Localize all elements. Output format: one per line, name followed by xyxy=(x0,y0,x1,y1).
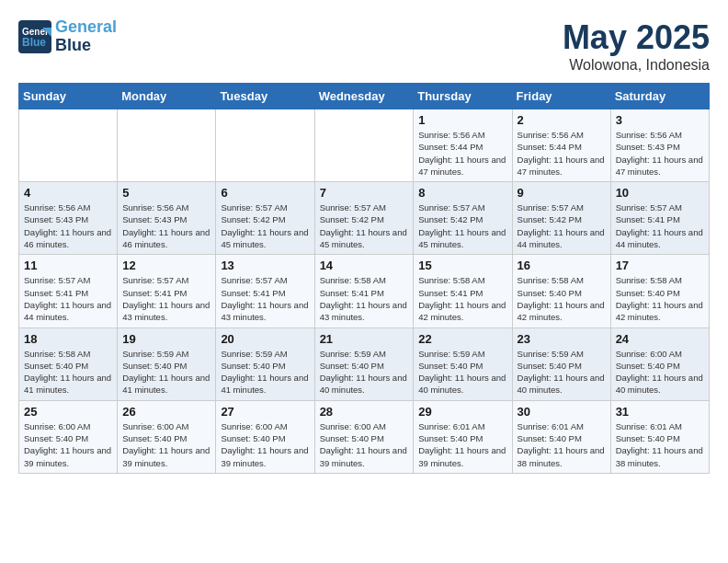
day-number: 8 xyxy=(418,186,506,200)
weekday-header-wednesday: Wednesday xyxy=(314,84,414,109)
day-info: Sunrise: 5:57 AMSunset: 5:41 PMDaylight:… xyxy=(616,201,704,250)
day-number: 12 xyxy=(122,259,210,272)
day-number: 31 xyxy=(616,405,704,419)
day-number: 27 xyxy=(221,405,309,419)
day-number: 9 xyxy=(518,186,606,200)
weekday-header-monday: Monday xyxy=(118,84,216,109)
day-number: 23 xyxy=(518,332,606,346)
calendar-cell: 20Sunrise: 5:59 AMSunset: 5:40 PMDayligh… xyxy=(216,327,314,400)
day-info: Sunrise: 5:56 AMSunset: 5:43 PMDaylight:… xyxy=(24,201,112,250)
day-number: 25 xyxy=(24,405,112,419)
day-info: Sunrise: 5:58 AMSunset: 5:41 PMDaylight:… xyxy=(320,274,409,323)
calendar-cell: 19Sunrise: 5:59 AMSunset: 5:40 PMDayligh… xyxy=(118,327,216,400)
day-number: 16 xyxy=(518,259,606,272)
calendar-cell xyxy=(118,109,216,182)
calendar-cell: 12Sunrise: 5:57 AMSunset: 5:41 PMDayligh… xyxy=(118,255,216,327)
day-number: 7 xyxy=(320,186,409,200)
calendar-cell: 15Sunrise: 5:58 AMSunset: 5:41 PMDayligh… xyxy=(414,255,512,327)
calendar-cell: 18Sunrise: 5:58 AMSunset: 5:40 PMDayligh… xyxy=(19,327,118,400)
day-number: 11 xyxy=(24,259,112,272)
day-info: Sunrise: 5:58 AMSunset: 5:40 PMDaylight:… xyxy=(24,348,112,396)
day-info: Sunrise: 5:57 AMSunset: 5:41 PMDaylight:… xyxy=(24,274,112,323)
day-info: Sunrise: 6:00 AMSunset: 5:40 PMDaylight:… xyxy=(320,420,409,469)
day-info: Sunrise: 6:00 AMSunset: 5:40 PMDaylight:… xyxy=(24,420,112,469)
calendar-cell: 2Sunrise: 5:56 AMSunset: 5:44 PMDaylight… xyxy=(512,109,610,182)
day-info: Sunrise: 5:58 AMSunset: 5:41 PMDaylight:… xyxy=(418,274,506,323)
svg-text:Blue: Blue xyxy=(22,36,46,49)
day-info: Sunrise: 5:58 AMSunset: 5:40 PMDaylight:… xyxy=(518,274,606,323)
calendar-cell: 31Sunrise: 6:01 AMSunset: 5:40 PMDayligh… xyxy=(610,400,709,473)
day-number: 2 xyxy=(518,113,606,127)
day-info: Sunrise: 5:57 AMSunset: 5:42 PMDaylight:… xyxy=(518,201,606,250)
calendar-cell: 5Sunrise: 5:56 AMSunset: 5:43 PMDaylight… xyxy=(118,182,216,255)
day-number: 4 xyxy=(24,186,112,200)
calendar-week-4: 18Sunrise: 5:58 AMSunset: 5:40 PMDayligh… xyxy=(19,327,710,400)
day-info: Sunrise: 5:59 AMSunset: 5:40 PMDaylight:… xyxy=(518,348,606,396)
calendar-cell: 4Sunrise: 5:56 AMSunset: 5:43 PMDaylight… xyxy=(19,182,118,255)
logo: General Blue GeneralBlue xyxy=(18,18,117,55)
day-info: Sunrise: 5:57 AMSunset: 5:42 PMDaylight:… xyxy=(418,201,506,250)
calendar-cell: 30Sunrise: 6:01 AMSunset: 5:40 PMDayligh… xyxy=(512,400,610,473)
day-info: Sunrise: 6:01 AMSunset: 5:40 PMDaylight:… xyxy=(518,420,606,469)
calendar-week-3: 11Sunrise: 5:57 AMSunset: 5:41 PMDayligh… xyxy=(19,255,710,327)
calendar-cell: 6Sunrise: 5:57 AMSunset: 5:42 PMDaylight… xyxy=(216,182,314,255)
day-info: Sunrise: 6:00 AMSunset: 5:40 PMDaylight:… xyxy=(122,420,210,469)
calendar-cell xyxy=(19,109,118,182)
weekday-header-tuesday: Tuesday xyxy=(216,84,314,109)
calendar-cell: 13Sunrise: 5:57 AMSunset: 5:41 PMDayligh… xyxy=(216,255,314,327)
day-number: 26 xyxy=(122,405,210,419)
calendar-cell: 11Sunrise: 5:57 AMSunset: 5:41 PMDayligh… xyxy=(19,255,118,327)
day-number: 29 xyxy=(418,405,506,419)
day-info: Sunrise: 5:56 AMSunset: 5:44 PMDaylight:… xyxy=(518,129,606,178)
calendar-week-5: 25Sunrise: 6:00 AMSunset: 5:40 PMDayligh… xyxy=(19,400,710,473)
calendar-cell: 25Sunrise: 6:00 AMSunset: 5:40 PMDayligh… xyxy=(19,400,118,473)
day-info: Sunrise: 5:56 AMSunset: 5:44 PMDaylight:… xyxy=(418,129,506,178)
day-number: 15 xyxy=(418,259,506,272)
day-number: 10 xyxy=(616,186,704,200)
day-info: Sunrise: 5:59 AMSunset: 5:40 PMDaylight:… xyxy=(122,348,210,396)
page-header: General Blue GeneralBlue May 2025 Wolowo… xyxy=(18,18,710,74)
calendar-cell xyxy=(216,109,314,182)
weekday-header-saturday: Saturday xyxy=(610,84,709,109)
day-number: 1 xyxy=(418,113,506,127)
day-info: Sunrise: 5:57 AMSunset: 5:42 PMDaylight:… xyxy=(221,201,309,250)
calendar-cell: 28Sunrise: 6:00 AMSunset: 5:40 PMDayligh… xyxy=(314,400,414,473)
calendar-week-2: 4Sunrise: 5:56 AMSunset: 5:43 PMDaylight… xyxy=(19,182,710,255)
logo-icon: General Blue xyxy=(18,20,51,53)
day-number: 6 xyxy=(221,186,309,200)
calendar-cell: 14Sunrise: 5:58 AMSunset: 5:41 PMDayligh… xyxy=(314,255,414,327)
calendar-cell: 8Sunrise: 5:57 AMSunset: 5:42 PMDaylight… xyxy=(414,182,512,255)
day-number: 17 xyxy=(616,259,704,272)
calendar-week-1: 1Sunrise: 5:56 AMSunset: 5:44 PMDaylight… xyxy=(19,109,710,182)
day-number: 21 xyxy=(320,332,409,346)
day-number: 20 xyxy=(221,332,309,346)
calendar-cell: 1Sunrise: 5:56 AMSunset: 5:44 PMDaylight… xyxy=(414,109,512,182)
calendar-cell: 7Sunrise: 5:57 AMSunset: 5:42 PMDaylight… xyxy=(314,182,414,255)
month-title: May 2025 xyxy=(563,18,710,57)
calendar-cell: 22Sunrise: 5:59 AMSunset: 5:40 PMDayligh… xyxy=(414,327,512,400)
calendar-cell: 26Sunrise: 6:00 AMSunset: 5:40 PMDayligh… xyxy=(118,400,216,473)
day-info: Sunrise: 5:57 AMSunset: 5:42 PMDaylight:… xyxy=(320,201,409,250)
calendar-cell: 9Sunrise: 5:57 AMSunset: 5:42 PMDaylight… xyxy=(512,182,610,255)
title-block: May 2025 Wolowona, Indonesia xyxy=(563,18,710,74)
day-number: 14 xyxy=(320,259,409,272)
calendar-cell: 23Sunrise: 5:59 AMSunset: 5:40 PMDayligh… xyxy=(512,327,610,400)
calendar-cell: 3Sunrise: 5:56 AMSunset: 5:43 PMDaylight… xyxy=(610,109,709,182)
day-info: Sunrise: 5:58 AMSunset: 5:40 PMDaylight:… xyxy=(616,274,704,323)
day-info: Sunrise: 5:56 AMSunset: 5:43 PMDaylight:… xyxy=(616,129,704,178)
day-info: Sunrise: 5:56 AMSunset: 5:43 PMDaylight:… xyxy=(122,201,210,250)
day-number: 13 xyxy=(221,259,309,272)
day-info: Sunrise: 6:00 AMSunset: 5:40 PMDaylight:… xyxy=(221,420,309,469)
calendar-cell: 29Sunrise: 6:01 AMSunset: 5:40 PMDayligh… xyxy=(414,400,512,473)
calendar-cell: 21Sunrise: 5:59 AMSunset: 5:40 PMDayligh… xyxy=(314,327,414,400)
calendar-cell: 16Sunrise: 5:58 AMSunset: 5:40 PMDayligh… xyxy=(512,255,610,327)
calendar-cell: 10Sunrise: 5:57 AMSunset: 5:41 PMDayligh… xyxy=(610,182,709,255)
day-info: Sunrise: 5:57 AMSunset: 5:41 PMDaylight:… xyxy=(122,274,210,323)
weekday-header-row: SundayMondayTuesdayWednesdayThursdayFrid… xyxy=(19,84,710,109)
day-number: 19 xyxy=(122,332,210,346)
day-number: 28 xyxy=(320,405,409,419)
calendar-cell: 17Sunrise: 5:58 AMSunset: 5:40 PMDayligh… xyxy=(610,255,709,327)
logo-text: GeneralBlue xyxy=(55,18,117,55)
day-info: Sunrise: 5:59 AMSunset: 5:40 PMDaylight:… xyxy=(320,348,409,396)
calendar-table: SundayMondayTuesdayWednesdayThursdayFrid… xyxy=(18,83,710,474)
